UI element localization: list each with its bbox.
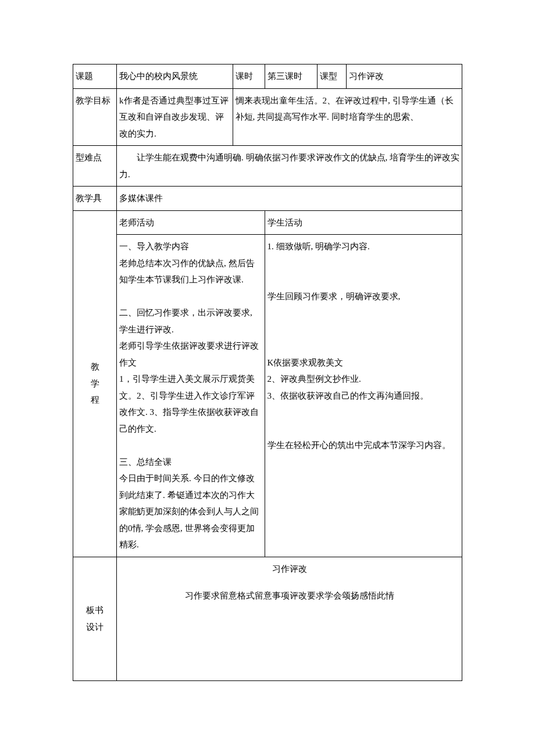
type-label: 课型: [317, 65, 346, 89]
teacher-activity-body: 一、导入教学内容 老帅总结本次习作的优缺点, 然后告知学生本节课我们上习作评改课…: [117, 235, 265, 557]
document-page: 课题 我心中的校内风景统 课时 第三课时 课型 习作评改 教学目标 k作者是否通…: [0, 0, 535, 704]
row-goals: 教学目标 k作者是否通过典型事过互评互改和自评自改步发现、评改的实力. 惆来表现…: [73, 88, 462, 146]
topic-value: 我心中的校内风景统: [117, 65, 233, 89]
process-side-label: 教 学 程: [73, 210, 117, 557]
topic-label: 课题: [73, 65, 117, 89]
row-header: 课题 我心中的校内风景统 课时 第三课时 课型 习作评改: [73, 65, 462, 89]
period-label: 课时: [233, 65, 265, 89]
process-side-3: 程: [76, 392, 114, 409]
row-board-design: 板书 设计 习作评改 习作要求留意格式留意事项评改要求学会颂扬感悟此情: [73, 557, 462, 680]
diff-value: 让学生能在观费中沟通明确. 明确依据习作要求评改作文的优缺点, 培育学生的评改实…: [117, 146, 462, 187]
process-side-1: 教: [76, 359, 114, 375]
period-value: 第三课时: [265, 65, 317, 89]
board-title: 习作评改: [119, 561, 459, 578]
row-tools: 教学具 多媒体课件: [73, 187, 462, 211]
diff-label: 型难点: [73, 146, 117, 187]
goal-left: k作者是否通过典型事过互评互改和自评自改步发现、评改的实力.: [117, 88, 233, 146]
board-content-cell: 习作评改 习作要求留意格式留意事项评改要求学会颂扬感悟此情: [117, 557, 462, 680]
process-side-2: 学: [76, 375, 114, 392]
goal-label: 教学目标: [73, 88, 117, 146]
tool-label: 教学具: [73, 187, 117, 211]
row-difficulty: 型难点 让学生能在观费中沟通明确. 明确依据习作要求评改作文的优缺点, 培育学生…: [73, 146, 462, 187]
board-content: 习作要求留意格式留意事项评改要求学会颂扬感悟此情: [119, 587, 459, 662]
board-side-label: 板书 设计: [73, 557, 117, 680]
row-process-body: 一、导入教学内容 老帅总结本次习作的优缺点, 然后告知学生本节课我们上习作评改课…: [73, 235, 462, 557]
teacher-activity-header: 老师活动: [117, 210, 265, 235]
goal-right: 惆来表现出童年生活。2、在评改过程中, 引导学生通（长补短, 共同提高写作水平.…: [233, 88, 462, 146]
tool-value: 多媒体课件: [117, 187, 462, 211]
type-value: 习作评改: [346, 65, 462, 89]
row-process-header: 教 学 程 老师活动 学生活动: [73, 210, 462, 235]
lesson-plan-table: 课题 我心中的校内风景统 课时 第三课时 课型 习作评改 教学目标 k作者是否通…: [73, 64, 462, 681]
student-activity-header: 学生活动: [265, 210, 462, 235]
student-activity-body: 1. 细致做听, 明确学习内容. 学生回顾习作要求，明确评改要求, K依据要求观…: [265, 235, 462, 557]
